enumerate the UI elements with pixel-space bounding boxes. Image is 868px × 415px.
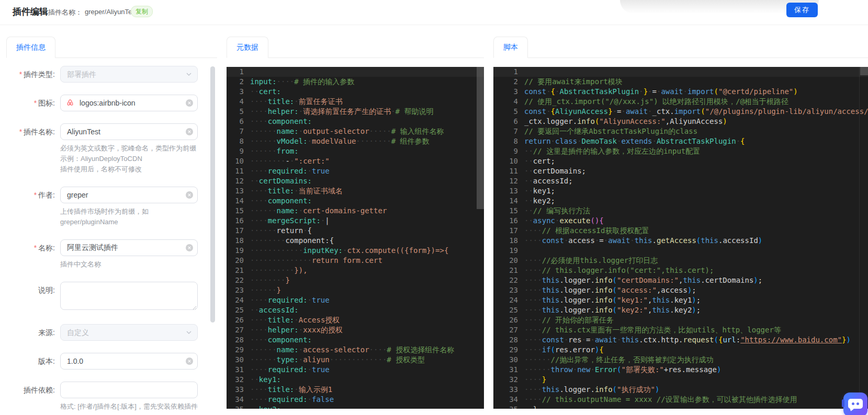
line-number: 23 bbox=[227, 285, 244, 295]
code-line: 7······name:·output-selector·····# 输入组件名… bbox=[227, 126, 484, 136]
code-line: 18········component:{ bbox=[227, 236, 484, 246]
line-number: 5 bbox=[493, 107, 518, 117]
code-line: 13····title:·当前证书域名 bbox=[227, 186, 484, 196]
line-number: 18 bbox=[227, 236, 244, 246]
line-number: 21 bbox=[493, 266, 518, 275]
code-line: 5const·{AliyunAccess}·=·await·_ctx.impor… bbox=[493, 107, 868, 117]
robot-ear-icon bbox=[842, 399, 844, 407]
metadata-code-editor[interactable]: 12input:····# 插件的输入参数3··cert:4····title:… bbox=[227, 67, 484, 409]
code-line: 8······vModel:·modelValue········# 组件参数 bbox=[227, 136, 484, 146]
line-number: 12 bbox=[227, 176, 244, 186]
code-line: 11··certDomains; bbox=[493, 166, 868, 176]
code-line: 1 bbox=[227, 67, 484, 77]
line-number: 10 bbox=[493, 156, 518, 166]
code-line: 5····helper:·请选择前置任务产生的证书·# 帮助说明 bbox=[227, 107, 484, 117]
field-helper: 格式: [作者/]插件名[:版本]，需先安装依赖插件 bbox=[60, 401, 198, 412]
line-number: 21 bbox=[227, 266, 244, 275]
code-line: 4// 使用_ctx.import("/@/xxx.js") 以绝对路径引用模块… bbox=[493, 97, 868, 107]
clear-icon[interactable] bbox=[186, 358, 193, 365]
icon-input[interactable] bbox=[60, 95, 198, 111]
field-label: 插件名称: bbox=[24, 128, 55, 136]
line-number: 25 bbox=[227, 305, 244, 315]
line-number: 29 bbox=[493, 345, 518, 355]
title-input[interactable] bbox=[60, 239, 198, 256]
tab-metadata[interactable]: 元数据 bbox=[227, 37, 268, 58]
code-line: 23····this.logger.info("access:",access)… bbox=[493, 285, 868, 295]
line-number: 23 bbox=[493, 285, 518, 295]
code-line: 17····// 根据accessId获取授权配置 bbox=[493, 226, 868, 236]
editor-scrollbar-thumb[interactable] bbox=[477, 67, 484, 209]
code-line: 2// 要用await来import模块 bbox=[493, 77, 868, 87]
required-asterisk: * bbox=[19, 70, 22, 78]
page-title: 插件编辑 bbox=[13, 6, 48, 18]
code-line: 27····// this.ctx里面有一些常用的方法类，比如utils、htt… bbox=[493, 325, 868, 335]
editor-scrollbar-thumb[interactable] bbox=[860, 67, 868, 75]
code-line: 34····// this.outputName = xxxx //设置输出参数… bbox=[493, 395, 868, 405]
field-label: 作者: bbox=[38, 191, 55, 199]
line-number: 11 bbox=[227, 166, 244, 176]
line-number: 5 bbox=[227, 107, 244, 117]
tab-plugin-info[interactable]: 插件信息 bbox=[6, 37, 55, 58]
line-number: 10 bbox=[227, 156, 244, 166]
field-version: 版本: bbox=[6, 353, 217, 370]
line-number: 24 bbox=[493, 295, 518, 305]
script-code-editor[interactable]: 12// 要用await来import模块3const·{·AbstractTa… bbox=[493, 67, 868, 409]
copy-badge[interactable]: 复制 bbox=[131, 6, 153, 17]
line-number: 14 bbox=[493, 196, 518, 206]
field-helper: 上传插件市场时作为前缀，如 greper/pluginName bbox=[60, 206, 198, 227]
clear-icon[interactable] bbox=[186, 191, 193, 199]
metadata-tabbar: 元数据 bbox=[227, 37, 484, 58]
code-line: 28····component: bbox=[227, 335, 484, 345]
code-line: 22········} bbox=[227, 275, 484, 285]
code-line: 31······throw·new·Error("部署失败:"+res.mess… bbox=[493, 365, 868, 375]
code-line: 6····component: bbox=[227, 117, 484, 126]
field-description: 说明: bbox=[6, 282, 217, 312]
plugin-info-tabbar: 插件信息 bbox=[6, 37, 217, 58]
field-plugin-type: *插件类型: 部署插件 bbox=[6, 66, 217, 83]
code-line: 35··} bbox=[493, 405, 868, 409]
code-line: 35··key2: bbox=[227, 405, 484, 409]
line-number: 3 bbox=[227, 87, 244, 97]
line-number: 34 bbox=[493, 395, 518, 405]
tab-script[interactable]: 脚本 bbox=[493, 37, 528, 58]
line-number: 1 bbox=[493, 67, 518, 77]
source-select[interactable]: 自定义 bbox=[60, 324, 198, 341]
dependencies-input[interactable] bbox=[60, 382, 198, 398]
code-line: 3const·{·AbstractTaskPlugin·}·=·await·im… bbox=[493, 87, 868, 97]
line-number: 27 bbox=[227, 325, 244, 335]
field-label: 图标: bbox=[38, 99, 55, 107]
field-title: *名称: 插件中文名称 bbox=[6, 239, 217, 270]
line-number: 31 bbox=[227, 365, 244, 375]
line-number: 12 bbox=[493, 176, 518, 186]
plugin-type-select[interactable]: 部署插件 bbox=[60, 66, 198, 83]
plugin-name-input[interactable] bbox=[60, 123, 198, 140]
line-number: 9 bbox=[227, 146, 244, 156]
clear-icon[interactable] bbox=[186, 128, 193, 135]
line-number: 26 bbox=[227, 315, 244, 325]
form-scrollbar-thumb[interactable] bbox=[210, 66, 215, 322]
field-label: 插件类型: bbox=[24, 70, 55, 78]
code-line: 31····required:·true bbox=[227, 365, 484, 375]
line-number: 27 bbox=[493, 325, 518, 335]
line-number: 32 bbox=[227, 375, 244, 385]
code-line: 7// 要返回一个继承AbstractTaskPlugin的class bbox=[493, 126, 868, 136]
required-asterisk: * bbox=[19, 128, 22, 136]
description-textarea[interactable] bbox=[60, 282, 198, 310]
chat-assistant-button[interactable] bbox=[843, 393, 867, 415]
line-number: 11 bbox=[493, 166, 518, 176]
field-source: 来源: 自定义 bbox=[6, 324, 217, 341]
save-button[interactable]: 保存 bbox=[786, 3, 818, 17]
page-header: 插件编辑 插件名称： greper/AliyunTest 复制 保存 bbox=[0, 0, 868, 25]
line-number: 28 bbox=[493, 335, 518, 345]
clear-icon[interactable] bbox=[186, 99, 193, 107]
line-number: 15 bbox=[227, 206, 244, 216]
version-input[interactable] bbox=[60, 353, 198, 370]
field-dependencies: 插件依赖: 格式: [作者/]插件名[:版本]，需先安装依赖插件 bbox=[6, 382, 217, 412]
code-line: 10········-·":cert:" bbox=[227, 156, 484, 166]
code-line: 25····this.logger.info("key2:",this.key2… bbox=[493, 305, 868, 315]
code-line: 30······type:·aliyun·············# 授权类型 bbox=[227, 355, 484, 365]
clear-icon[interactable] bbox=[186, 244, 193, 251]
speech-bubble-tail bbox=[849, 408, 853, 412]
field-label: 名称: bbox=[38, 244, 55, 252]
author-input[interactable] bbox=[60, 187, 198, 203]
